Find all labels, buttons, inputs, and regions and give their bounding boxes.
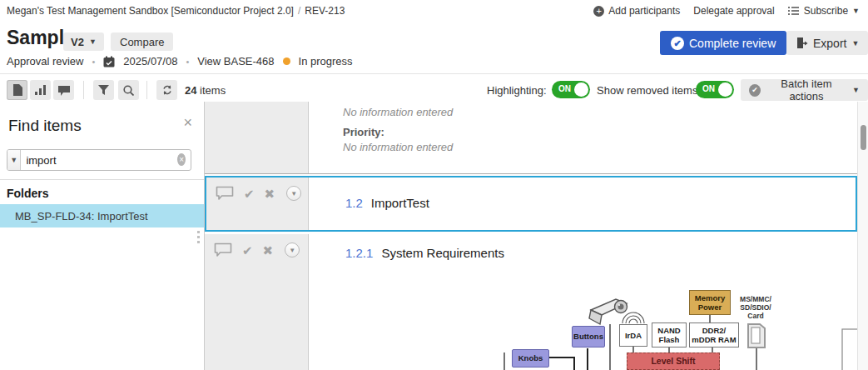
show-removed-toggle[interactable]: ON [696,81,734,98]
diagram-box-buttons: Buttons [572,326,605,348]
status-badge: In progress [299,55,353,68]
complete-review-button[interactable]: ✔ Complete review [660,31,786,55]
add-participant-icon: + [593,6,604,17]
diagram-box-knobs: Knobs [512,349,549,368]
batch-actions-label: Batch item actions [766,78,847,102]
search-button[interactable] [118,80,139,100]
item-name: System Requirements [381,246,504,260]
batch-item-actions-button[interactable]: ✔ Batch item actions ▼ [741,79,868,101]
diagram-box-nand-flash: NAND Flash [652,322,687,348]
export-button[interactable]: Export ▼ [786,31,868,55]
chevron-down-icon: ▼ [852,7,860,15]
row-gutter [205,102,309,173]
item-row-details[interactable]: No information entered Priority: No info… [205,102,857,174]
toggle-state-label: ON [558,84,571,93]
vertical-scrollbar[interactable] [857,102,868,370]
document-icon [12,84,22,96]
subscribe-list-icon [788,6,800,16]
review-date: 2025/07/08 [123,55,177,68]
check-circle-icon: ✔ [671,37,684,50]
breadcrumb-review-id: REV-213 [305,5,345,17]
chevron-down-icon: ▼ [852,86,860,94]
chevron-down-icon: ▼ [851,39,859,48]
diagram-box-irda: IrDA [619,324,647,347]
subscribe-menu[interactable]: Subscribe ▼ [788,5,860,17]
export-icon [796,37,808,49]
toggle-knob [718,82,732,97]
search-icon [123,85,134,96]
refresh-icon [161,84,173,96]
delegate-approval-label: Delegate approval [693,5,774,17]
priority-field-label: Priority: [343,125,453,140]
field-empty-value: No information entered [343,105,453,120]
compare-button[interactable]: Compare [111,32,173,51]
find-search: ▼ × [7,149,191,171]
export-label: Export [813,37,846,50]
row-actions-chevron-icon[interactable]: ▼ [286,186,301,201]
item-row-importtest-selected[interactable]: ✔ ✖ ▼ 1.2ImportTest [205,176,857,232]
bar-chart-icon [35,85,46,95]
toggle-knob [574,82,588,97]
subscribe-label: Subscribe [804,5,848,17]
find-panel-title: Find items [8,117,82,135]
reject-x-icon[interactable]: ✖ [265,188,275,200]
search-options-dropdown[interactable]: ▼ [7,150,21,170]
toolbar-separator [83,81,84,99]
topbar-actions: + Add participants Delegate approval Sub… [593,5,860,17]
divider [0,179,204,180]
chevron-down-icon: ▼ [89,38,97,46]
panel-resize-handle[interactable] [197,231,200,243]
version-dropdown[interactable]: V2 ▼ [63,32,104,51]
status-dot-icon [283,58,290,65]
comments-view-button[interactable] [53,80,74,100]
highlighting-toggle[interactable]: ON [552,81,590,98]
approve-check-icon[interactable]: ✔ [242,244,253,257]
items-count-number: 24 [185,84,196,97]
dot-separator: • [186,57,189,67]
breadcrumb-separator: / [298,5,300,17]
item-name: ImportTest [371,196,429,210]
comment-icon[interactable] [214,242,232,258]
divider [0,73,868,74]
approve-check-icon[interactable]: ✔ [244,188,255,200]
add-participants-label: Add participants [608,5,680,17]
topbar: Megan's Test Management Sandbox [Semicon… [0,0,868,22]
filter-button[interactable] [93,80,114,100]
stats-view-button[interactable] [30,80,51,100]
close-icon[interactable]: × [183,115,192,130]
scrollbar-thumb[interactable] [861,125,866,150]
show-removed-label: Show removed items: [597,84,701,97]
add-participants-link[interactable]: + Add participants [593,5,680,17]
breadcrumb-project[interactable]: Megan's Test Management Sandbox [Semicon… [7,5,294,17]
toolbar-separator [146,81,147,99]
item-number: 1.2 [345,196,363,210]
diagram-box-memory-power: Memory Power [689,290,731,315]
document-view-button[interactable] [7,80,27,100]
reject-x-icon[interactable]: ✖ [263,244,274,257]
check-circle-icon: ✔ [749,84,761,97]
item-heading: 1.2ImportTest [345,196,429,210]
folders-header: Folders [7,187,49,200]
breadcrumb: Megan's Test Management Sandbox [Semicon… [7,5,345,17]
field-empty-value: No information entered [343,140,453,155]
toggle-state-label: ON [702,84,715,93]
row-actions-chevron-icon[interactable]: ▼ [285,242,300,258]
delegate-approval-link[interactable]: Delegate approval [693,5,774,17]
item-number: 1.2.1 [345,246,373,260]
comment-icon[interactable] [216,186,234,201]
refresh-button[interactable] [156,80,177,100]
speech-bubble-icon [58,85,70,96]
search-input[interactable] [21,150,177,170]
diagram-box-level-shift: Level Shift [627,352,720,370]
dot-separator: • [92,57,96,67]
diagram-box-ddr2-ram: DDR2/ mDDR RAM [689,322,739,348]
calendar-icon [103,56,115,68]
review-meta: Approval review • 2025/07/08 • View BASE… [7,55,353,68]
items-count: 24 items [185,84,226,97]
clear-search-icon[interactable]: × [177,153,186,166]
highlighting-label: Highlighting: [487,84,547,97]
folder-result-item[interactable]: MB_SP-FLD-34: ImportTest [0,204,204,228]
item-heading: 1.2.1System Requirements [345,246,504,260]
items-count-label: items [200,84,226,97]
view-baseline-label[interactable]: View BASE-468 [197,55,274,68]
